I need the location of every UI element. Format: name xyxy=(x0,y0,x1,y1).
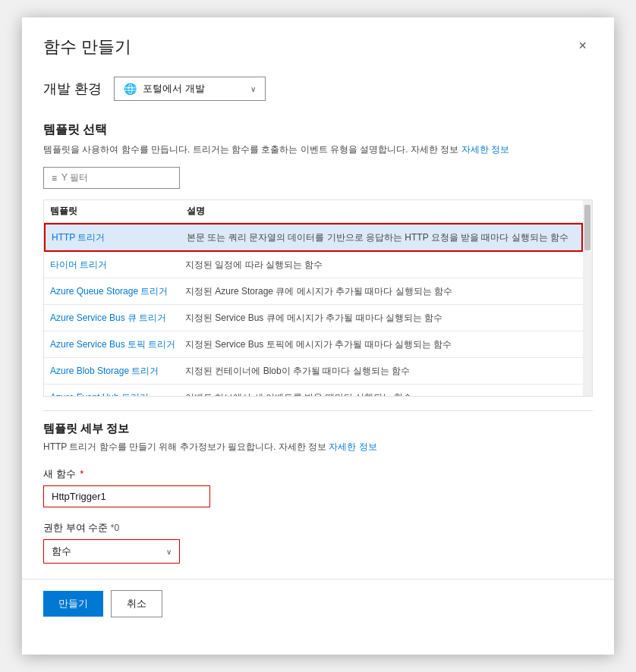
table-header: 템플릿 설명 xyxy=(44,200,583,223)
dev-env-dropdown[interactable]: 🌐 포털에서 개발 ∨ xyxy=(114,77,266,101)
auth-level-note: *0 xyxy=(111,523,119,533)
row-template-name: 타이머 트리거 xyxy=(50,258,185,272)
dialog-title: 함수 만들기 xyxy=(43,36,131,58)
row-template-name: Azure Queue Storage 트리거 xyxy=(50,284,185,298)
col-desc-header: 설명 xyxy=(187,205,577,218)
dev-env-label: 개발 환경 xyxy=(43,80,102,98)
scrollbar[interactable] xyxy=(583,200,592,396)
template-details-title: 템플릿 세부 정보 xyxy=(43,422,593,436)
row-template-desc: 이벤트 허브에서 새 이벤트를 받을 때마다 실행되는 함수 xyxy=(185,391,577,396)
dev-env-selected-value: 포털에서 개발 xyxy=(143,82,244,96)
table-row[interactable]: Azure Queue Storage 트리거 지정된 Azure Storag… xyxy=(44,278,583,305)
template-table: 템플릿 설명 HTTP 트리거 본문 또는 쿼리 문자열의 데이터를 기반으로 … xyxy=(43,199,593,397)
dialog-footer: 만들기 취소 xyxy=(22,579,614,628)
row-template-desc: 지정된 Azure Storage 큐에 메시지가 추가될 때마다 실행되는 함… xyxy=(185,284,577,298)
template-list: 템플릿 설명 HTTP 트리거 본문 또는 쿼리 문자열의 데이터를 기반으로 … xyxy=(44,200,583,396)
col-template-header: 템플릿 xyxy=(50,205,187,218)
auth-level-dropdown[interactable]: 함수 ∨ xyxy=(43,539,180,564)
table-row[interactable]: 타이머 트리거 지정된 일정에 따라 실행되는 함수 xyxy=(44,252,583,278)
table-row[interactable]: Azure Service Bus 큐 트리거 지정된 Service Bus … xyxy=(44,305,583,331)
row-template-desc: 지정된 Service Bus 토픽에 메시지가 추가될 때마다 실행되는 함수 xyxy=(185,338,577,351)
template-details-desc: HTTP 트리거 함수를 만들기 위해 추가정보가 필요합니다. 자세한 정보 … xyxy=(43,441,593,454)
template-desc-text: 템플릿을 사용하여 함수를 만듭니다. 트리거는 함수를 호출하는 이벤트 유형… xyxy=(43,144,458,155)
new-function-label-text: 새 함수 xyxy=(43,468,76,479)
table-row[interactable]: Azure Service Bus 토픽 트리거 지정된 Service Bus… xyxy=(44,331,583,358)
scrollbar-thumb[interactable] xyxy=(584,205,590,250)
row-template-desc: 본문 또는 쿼리 문자열의 데이터를 기반으로 응답하는 HTTP 요청을 받을… xyxy=(187,231,575,244)
filter-placeholder: Y 필터 xyxy=(61,171,88,184)
row-template-desc: 지정된 컨테이너에 Blob이 추가될 때마다 실행되는 함수 xyxy=(185,364,577,378)
template-selection-desc: 템플릿을 사용하여 함수를 만듭니다. 트리거는 함수를 호출하는 이벤트 유형… xyxy=(43,143,593,156)
dialog-body: 개발 환경 🌐 포털에서 개발 ∨ 템플릿 선택 템플릿을 사용하여 함수를 만… xyxy=(22,71,614,579)
section-divider xyxy=(43,410,593,411)
chevron-down-icon: ∨ xyxy=(250,85,256,93)
cancel-button[interactable]: 취소 xyxy=(111,590,162,617)
row-template-name: Azure Service Bus 토픽 트리거 xyxy=(50,338,185,351)
create-button[interactable]: 만들기 xyxy=(43,591,103,617)
new-function-input[interactable] xyxy=(43,485,210,507)
template-desc-link[interactable]: 자세한 정보 xyxy=(461,144,509,155)
table-row[interactable]: HTTP 트리거 본문 또는 쿼리 문자열의 데이터를 기반으로 응답하는 HT… xyxy=(44,223,583,252)
create-function-dialog: 함수 만들기 × 개발 환경 🌐 포털에서 개발 ∨ 템플릿 선택 템플릿을 사… xyxy=(22,17,614,655)
details-link[interactable]: 자세한 정보 xyxy=(329,441,376,452)
row-template-name: HTTP 트리거 xyxy=(52,231,187,244)
auth-level-label-text: 권한 부여 수준 xyxy=(43,522,108,533)
template-selection-title: 템플릿 선택 xyxy=(43,122,593,138)
auth-level-label: 권한 부여 수준 *0 xyxy=(43,521,593,535)
table-row[interactable]: Azure Blob Storage 트리거 지정된 컨테이너에 Blob이 추… xyxy=(44,358,583,385)
dialog-header: 함수 만들기 × xyxy=(22,17,614,71)
dev-env-section: 개발 환경 🌐 포털에서 개발 ∨ xyxy=(43,77,593,101)
new-function-label: 새 함수 * xyxy=(43,467,593,481)
row-template-name: Azure Blob Storage 트리거 xyxy=(50,364,185,378)
globe-icon: 🌐 xyxy=(124,83,137,95)
required-star: * xyxy=(80,468,83,479)
close-button[interactable]: × xyxy=(572,36,593,55)
template-details-desc-text: HTTP 트리거 함수를 만들기 위해 추가정보가 필요합니다. 자세한 정보 xyxy=(43,441,326,452)
filter-icon: ≡ xyxy=(52,173,57,184)
row-template-name: Azure Service Bus 큐 트리거 xyxy=(50,311,185,325)
row-template-desc: 지정된 일정에 따라 실행되는 함수 xyxy=(185,258,577,272)
auth-level-value: 함수 xyxy=(52,545,166,558)
row-template-desc: 지정된 Service Bus 큐에 메시지가 추가될 때마다 실행되는 함수 xyxy=(185,311,577,325)
table-row[interactable]: Azure Event Hub 트리거 이벤트 허브에서 새 이벤트를 받을 때… xyxy=(44,385,583,396)
row-template-name: Azure Event Hub 트리거 xyxy=(50,391,185,396)
filter-box[interactable]: ≡ Y 필터 xyxy=(43,167,180,189)
chevron-down-icon: ∨ xyxy=(166,548,172,556)
